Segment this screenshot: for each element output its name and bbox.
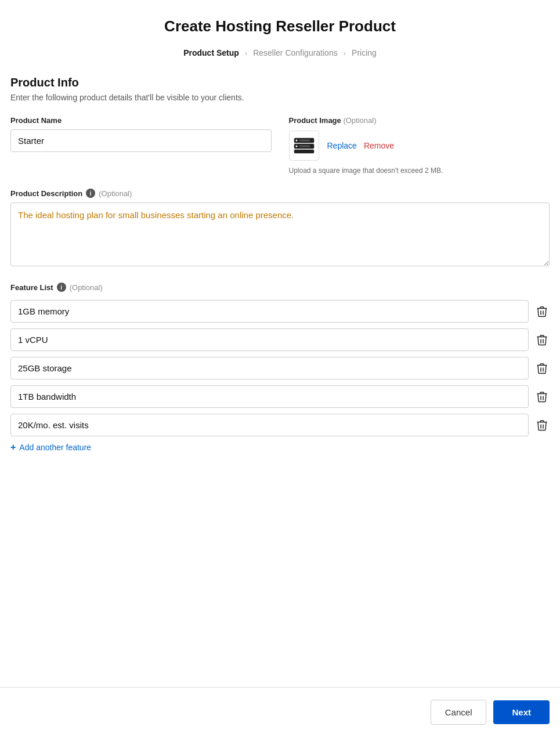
image-actions: Replace Remove bbox=[327, 141, 395, 150]
info-icon[interactable]: i bbox=[86, 189, 95, 198]
feature-items-container bbox=[10, 300, 550, 436]
svg-rect-2 bbox=[294, 150, 314, 153]
replace-image-button[interactable]: Replace bbox=[327, 141, 357, 150]
breadcrumb-arrow-1: › bbox=[245, 49, 247, 57]
breadcrumb: Product Setup › Reseller Configurations … bbox=[10, 48, 550, 57]
feature-input-2[interactable] bbox=[10, 328, 529, 351]
breadcrumb-arrow-2: › bbox=[344, 49, 346, 57]
product-image-label: Product Image (Optional) bbox=[289, 116, 550, 125]
product-name-group: Product Name bbox=[10, 116, 272, 175]
feature-input-1[interactable] bbox=[10, 300, 529, 323]
svg-rect-5 bbox=[299, 140, 310, 142]
feature-item-row bbox=[10, 300, 550, 323]
add-feature-label: Add another feature bbox=[19, 443, 91, 452]
add-feature-button[interactable]: + Add another feature bbox=[10, 442, 91, 453]
product-image-thumb bbox=[289, 131, 319, 161]
footer-divider bbox=[0, 687, 560, 688]
server-icon bbox=[294, 138, 315, 154]
product-image-content: Replace Remove bbox=[289, 131, 550, 161]
plus-icon: + bbox=[10, 442, 16, 453]
delete-feature-1-button[interactable] bbox=[534, 303, 550, 320]
footer-actions: Cancel Next bbox=[0, 690, 560, 734]
description-label-row: Product Description i (Optional) bbox=[10, 189, 550, 198]
trash-icon bbox=[537, 420, 547, 431]
delete-feature-5-button[interactable] bbox=[534, 417, 550, 433]
svg-rect-6 bbox=[299, 146, 310, 147]
product-description-textarea[interactable]: The ideal hosting plan for small busines… bbox=[10, 203, 550, 266]
product-name-input[interactable] bbox=[10, 129, 272, 152]
page-title: Create Hosting Reseller Product bbox=[10, 17, 550, 35]
trash-icon bbox=[537, 363, 547, 374]
description-label: Product Description bbox=[10, 189, 82, 198]
feature-input-3[interactable] bbox=[10, 357, 529, 379]
image-hint: Upload a square image that doesn't excee… bbox=[289, 167, 550, 175]
svg-point-3 bbox=[295, 140, 297, 142]
trash-icon bbox=[537, 306, 547, 317]
feature-list-label-row: Feature List i (Optional) bbox=[10, 283, 550, 292]
svg-point-4 bbox=[295, 146, 297, 147]
product-name-label: Product Name bbox=[10, 116, 272, 125]
cancel-button[interactable]: Cancel bbox=[431, 700, 487, 725]
feature-list-section: Feature List i (Optional) bbox=[10, 283, 550, 453]
breadcrumb-step-1: Product Setup bbox=[183, 48, 239, 57]
feature-item-row bbox=[10, 328, 550, 351]
delete-feature-4-button[interactable] bbox=[534, 389, 550, 405]
feature-input-5[interactable] bbox=[10, 414, 529, 436]
description-optional: (Optional) bbox=[99, 189, 132, 198]
feature-item-row bbox=[10, 357, 550, 379]
product-info-row: Product Name Product Image (Optional) bbox=[10, 116, 550, 175]
feature-item-row bbox=[10, 385, 550, 408]
breadcrumb-step-2: Reseller Configurations bbox=[253, 48, 338, 57]
next-button[interactable]: Next bbox=[493, 700, 550, 724]
remove-image-button[interactable]: Remove bbox=[364, 141, 394, 150]
delete-feature-2-button[interactable] bbox=[534, 332, 550, 348]
trash-icon bbox=[537, 334, 547, 346]
trash-icon bbox=[537, 391, 547, 403]
section-subtitle: Enter the following product details that… bbox=[10, 93, 550, 102]
product-image-group: Product Image (Optional) bbox=[289, 116, 550, 175]
breadcrumb-step-3: Pricing bbox=[352, 48, 377, 57]
section-title: Product Info bbox=[10, 76, 550, 89]
feature-item-row bbox=[10, 414, 550, 436]
delete-feature-3-button[interactable] bbox=[534, 360, 550, 377]
product-description-group: Product Description i (Optional) The ide… bbox=[10, 189, 550, 269]
feature-list-label: Feature List bbox=[10, 283, 53, 292]
feature-list-optional: (Optional) bbox=[70, 283, 103, 292]
feature-info-icon[interactable]: i bbox=[57, 283, 66, 292]
feature-input-4[interactable] bbox=[10, 385, 529, 408]
